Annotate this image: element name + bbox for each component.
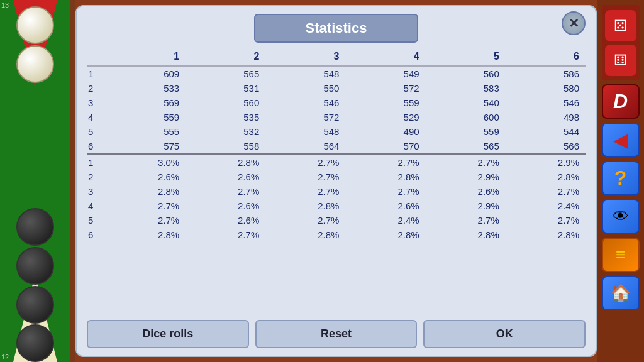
die-face-2: ⚅ [605, 45, 636, 76]
menu-button[interactable]: ≡ [602, 238, 640, 272]
table-row: 3569560546559540546 [87, 96, 586, 110]
checker-black-2 [16, 247, 54, 285]
menu-icon: ≡ [616, 245, 625, 265]
col-header: 1 [106, 49, 186, 66]
dice-display: ⚄ ⚅ [602, 5, 640, 80]
table-row: 13.0%2.8%2.7%2.7%2.7%2.9% [87, 154, 586, 170]
table-row: 5555532548490559544 [87, 124, 586, 139]
right-sidebar: ⚄ ⚅ D ◀ ? 👁 ≡ 🏠 [597, 0, 644, 362]
help-button[interactable]: ? [602, 161, 640, 195]
table-row: 1609565548549560586 [87, 66, 586, 81]
col-header: 6 [506, 49, 586, 66]
dialog-header: Statistics ✕ [87, 14, 586, 43]
dice-rolls-button[interactable]: Dice rolls [87, 320, 249, 348]
dialog-footer: Dice rolls Reset OK [87, 314, 586, 348]
table-row: 42.7%2.6%2.8%2.6%2.9%2.4% [87, 199, 586, 213]
col-header: 4 [345, 49, 425, 66]
eye-button[interactable]: 👁 [602, 199, 640, 234]
table-row: 32.8%2.7%2.7%2.7%2.6%2.7% [87, 184, 586, 199]
close-button[interactable]: ✕ [562, 11, 586, 35]
checker-white-2 [16, 45, 54, 83]
table-row: 4559535572529600498 [87, 110, 586, 124]
ok-button[interactable]: OK [423, 320, 586, 348]
corner-num-bottom: 12 [1, 353, 9, 361]
table-row: 52.7%2.6%2.7%2.4%2.7%2.7% [87, 213, 586, 228]
col-header: 3 [265, 49, 345, 66]
die-face-1: ⚄ [605, 10, 636, 41]
checker-black-1 [16, 208, 54, 246]
statistics-dialog: Statistics ✕ 123456160956554854956058625… [75, 5, 597, 357]
dialog-title: Statistics [254, 14, 419, 43]
table-row: 2533531550572583580 [87, 81, 586, 96]
checker-white-1 [16, 6, 54, 44]
d-button[interactable]: D [602, 84, 640, 119]
table-row: 6575558564570565566 [87, 139, 586, 154]
question-icon: ? [614, 167, 627, 190]
corner-num-top: 13 [1, 1, 9, 9]
board-top [0, 0, 70, 181]
home-icon: 🏠 [611, 283, 631, 303]
checker-black-4 [16, 324, 54, 362]
statistics-table: 1234561609565548549560586253353155057258… [87, 49, 586, 242]
table-row: 22.6%2.6%2.7%2.8%2.9%2.8% [87, 170, 586, 184]
arrow-icon: ◀ [613, 129, 628, 151]
arrow-button[interactable]: ◀ [602, 123, 640, 157]
board-bottom [0, 181, 70, 362]
table-container: 1234561609565548549560586253353155057258… [87, 49, 586, 314]
checker-black-3 [16, 286, 54, 324]
col-header: 5 [426, 49, 506, 66]
eye-icon: 👁 [613, 207, 629, 226]
reset-button[interactable]: Reset [255, 320, 418, 348]
home-button[interactable]: 🏠 [602, 276, 640, 310]
col-header: 2 [186, 49, 265, 66]
game-board-left: 13 12 [0, 0, 75, 362]
table-row: 62.8%2.7%2.8%2.8%2.8%2.8% [87, 228, 586, 242]
col-header [87, 49, 106, 66]
